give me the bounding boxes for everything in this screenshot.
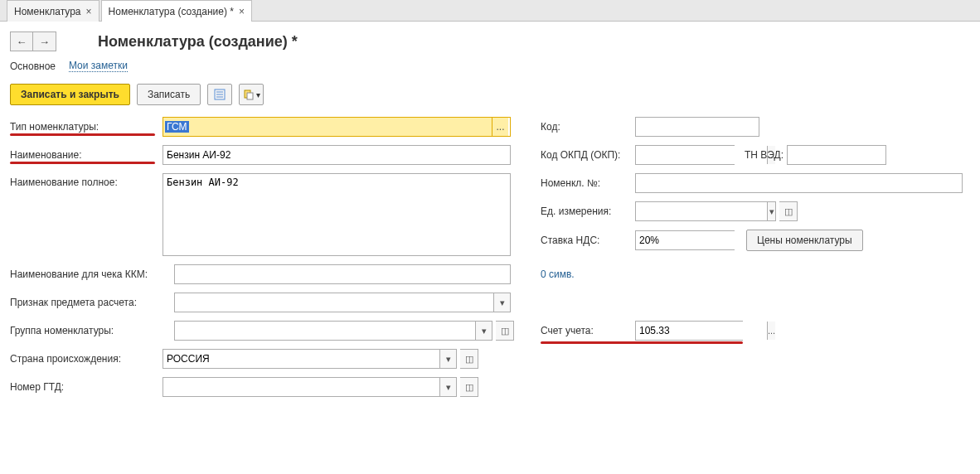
- toolbar: Записать и закрыть Записать ▾: [0, 84, 980, 117]
- account-lookup-button[interactable]: ...: [767, 322, 775, 340]
- label-code: Код:: [541, 121, 632, 133]
- code-input[interactable]: [635, 117, 759, 137]
- nav-forward-button[interactable]: →: [33, 31, 56, 51]
- gtd-input[interactable]: ▾: [163, 377, 457, 397]
- gtd-open-button[interactable]: ◫: [460, 377, 478, 397]
- svg-rect-5: [247, 93, 253, 99]
- subnav-main[interactable]: Основное: [10, 60, 56, 72]
- copy-icon: [243, 89, 255, 100]
- header-row: ← → Номенклатура (создание) *: [0, 22, 980, 55]
- label-group: Группа номенклатуры:: [10, 325, 171, 336]
- row-type: Тип номенклатуры: ГСМ ...: [10, 117, 541, 137]
- group-chevron-button[interactable]: ▾: [475, 322, 492, 340]
- tabs-bar: Номенклатура × Номенклатура (создание) *…: [0, 0, 980, 22]
- account-input[interactable]: ...: [635, 321, 743, 341]
- label-gtd: Номер ГТД:: [10, 381, 159, 393]
- label-origin: Страна происхождения:: [10, 353, 159, 365]
- row-group: Группа номенклатуры: ▾ ◫: [10, 321, 541, 341]
- row-account: Счет учета: ...: [541, 321, 743, 341]
- chevron-down-icon: ▾: [256, 90, 260, 99]
- close-icon[interactable]: ×: [86, 6, 92, 17]
- label-unit: Ед. измерения:: [541, 206, 632, 217]
- row-calc-subject: Признак предмета расчета: ▾: [10, 293, 970, 312]
- gtd-chevron-button[interactable]: ▾: [439, 378, 456, 396]
- origin-chevron-button[interactable]: ▾: [439, 350, 456, 368]
- page-title: Номенклатура (создание) *: [98, 33, 298, 51]
- more-actions-button[interactable]: ▾: [239, 84, 264, 105]
- type-lookup-button[interactable]: ...: [492, 118, 508, 136]
- form: Тип номенклатуры: ГСМ ... Код: Наименова…: [0, 117, 980, 397]
- gtd-input-field[interactable]: [163, 378, 439, 396]
- list-view-button[interactable]: [207, 84, 232, 105]
- close-icon[interactable]: ×: [239, 6, 245, 17]
- vat-input[interactable]: ▾: [635, 230, 735, 250]
- subnav-notes[interactable]: Мои заметки: [69, 60, 128, 72]
- kkm-input[interactable]: [174, 264, 511, 284]
- tab-label: Номенклатура: [14, 6, 81, 17]
- right-stack: Номенкл. №: Ед. измерения: ▾ ◫ Ставка НД…: [541, 173, 970, 256]
- tab-nomenclature[interactable]: Номенклатура ×: [7, 0, 99, 22]
- label-name: Наименование:: [10, 149, 159, 161]
- okpd-input[interactable]: ...: [635, 145, 735, 165]
- write-button[interactable]: Записать: [137, 84, 201, 105]
- subnav: Основное Мои заметки: [0, 55, 980, 84]
- fullname-input[interactable]: [163, 173, 511, 256]
- group-input[interactable]: ▾: [174, 321, 492, 341]
- row-okpd-tnved: Код ОКПД (ОКП): ... ТН ВЭД:: [541, 145, 970, 165]
- group-open-button[interactable]: ◫: [496, 321, 514, 341]
- label-okpd: Код ОКПД (ОКП):: [541, 149, 632, 161]
- row-vat: Ставка НДС: ▾ Цены номенклатуры: [541, 230, 970, 251]
- tnved-input[interactable]: [787, 145, 886, 165]
- origin-open-button[interactable]: ◫: [460, 349, 478, 369]
- label-account: Счет учета:: [541, 325, 632, 336]
- nomenkl-no-input[interactable]: [635, 173, 963, 193]
- calc-subject-chevron-button[interactable]: ▾: [493, 293, 510, 312]
- label-fullname: Наименование полное:: [10, 173, 159, 188]
- row-nomenkl-no: Номенкл. №:: [541, 173, 970, 193]
- tab-nomenclature-create[interactable]: Номенклатура (создание) * ×: [101, 0, 252, 22]
- label-vat: Ставка НДС:: [541, 235, 632, 246]
- nav-back-button[interactable]: ←: [10, 31, 33, 51]
- row-name: Наименование:: [10, 145, 541, 165]
- calc-subject-input[interactable]: ▾: [174, 293, 511, 312]
- unit-input-field[interactable]: [636, 202, 767, 220]
- type-input[interactable]: ГСМ ...: [163, 117, 511, 137]
- origin-input-field[interactable]: [163, 350, 439, 368]
- prices-button[interactable]: Цены номенклатуры: [746, 230, 863, 251]
- group-input-field[interactable]: [175, 322, 475, 340]
- type-input-value: ГСМ: [165, 121, 189, 133]
- unit-input[interactable]: ▾: [635, 201, 776, 221]
- label-tnved: ТН ВЭД:: [745, 149, 784, 161]
- label-calc-subject: Признак предмета расчета:: [10, 297, 171, 308]
- list-icon: [214, 89, 226, 100]
- row-fullname: Наименование полное:: [10, 173, 541, 256]
- label-type: Тип номенклатуры:: [10, 121, 159, 133]
- row-kkm: Наименование для чека ККМ:: [10, 264, 541, 284]
- account-input-field[interactable]: [636, 322, 767, 340]
- origin-input[interactable]: ▾: [163, 349, 457, 369]
- label-kkm: Наименование для чека ККМ:: [10, 268, 171, 280]
- label-nomenkl-no: Номенкл. №:: [541, 177, 632, 189]
- type-input-selection: ГСМ: [163, 118, 492, 136]
- row-code: Код:: [541, 117, 970, 137]
- name-input[interactable]: [163, 145, 511, 165]
- unit-open-button[interactable]: ◫: [779, 201, 798, 221]
- row-unit: Ед. измерения: ▾ ◫: [541, 201, 970, 221]
- row-gtd: Номер ГТД: ▾ ◫: [10, 377, 970, 397]
- kkm-char-count: 0 симв.: [541, 268, 575, 280]
- row-origin: Страна происхождения: ▾ ◫: [10, 349, 970, 369]
- write-and-close-button[interactable]: Записать и закрыть: [10, 84, 130, 105]
- row-kkm-count: 0 симв.: [541, 264, 970, 284]
- calc-subject-input-field[interactable]: [175, 293, 493, 312]
- unit-chevron-button[interactable]: ▾: [767, 202, 775, 220]
- tab-label: Номенклатура (создание) *: [109, 6, 234, 17]
